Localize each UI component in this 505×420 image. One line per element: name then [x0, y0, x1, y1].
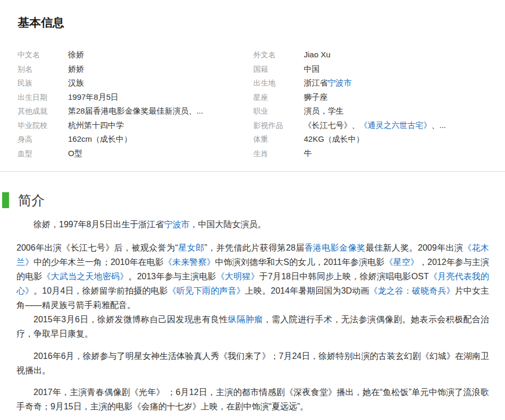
intro-paragraph: 2016年6月，徐娇参与了明星女神生活体验真人秀《我们来了》；7月24日，徐娇特…: [16, 349, 489, 378]
text-segment: 中的少年木兰一角；2010年在电影: [33, 258, 164, 267]
info-row: 毕业院校杭州第十四中学: [18, 118, 254, 133]
info-label: 星座: [254, 90, 304, 105]
text-segment: Jiao Xu: [304, 50, 331, 59]
text-segment: 42KG（成长中）: [304, 134, 364, 143]
wiki-link[interactable]: 《星空》: [385, 258, 419, 267]
wiki-link[interactable]: 《听见下雨的声音》: [168, 286, 245, 295]
basic-info-section: 基本信息 中文名徐娇别名娇娇民族汉族出生日期1997年8月5日其他成就第28届香…: [0, 0, 505, 171]
info-row: 职业演员，学生: [254, 104, 490, 118]
text-segment: 。2013年参与主演电影: [128, 272, 216, 281]
basic-info-grid: 中文名徐娇别名娇娇民族汉族出生日期1997年8月5日其他成就第28届香港电影金像…: [18, 48, 489, 160]
wiki-link[interactable]: 香港电影金像奖: [305, 243, 366, 252]
wiki-link[interactable]: 《未来警察》: [164, 258, 215, 267]
section-divider: [0, 171, 505, 172]
info-value: 汉族: [68, 76, 84, 90]
info-value: 徐娇: [68, 48, 84, 62]
wiki-link[interactable]: 星女郎: [178, 243, 205, 252]
text-segment: 徐娇，1997年8月5日出生于浙江省: [33, 220, 164, 229]
text-segment: 2017年，主演青春偶像剧《光年》 ；6月12日，主演的都市情感剧《深夜食堂》播…: [16, 388, 489, 411]
info-row: 民族汉族: [18, 76, 254, 90]
text-segment: 。10月4日，徐娇留学前拍摄的电影: [33, 286, 168, 295]
info-label: 中文名: [18, 48, 68, 62]
info-value: Jiao Xu: [304, 48, 331, 62]
text-segment: 2006年出演《长江七号》后，被观众誉为“: [16, 243, 178, 252]
wiki-link[interactable]: 《通灵之六世古宅》: [360, 121, 432, 130]
info-value: 1997年8月5日: [68, 90, 119, 105]
info-label: 出生日期: [18, 90, 68, 105]
intro-section: 简介 徐娇，1997年8月5日出生于浙江省宁波市，中国大陆女演员。2006年出演…: [0, 192, 505, 420]
info-label: 外文名: [254, 48, 304, 62]
text-segment: 汉族: [68, 78, 84, 87]
info-row: 影视作品《长江七号》、《通灵之六世古宅》、...: [254, 118, 490, 133]
intro-title-label: 简介: [18, 192, 45, 208]
info-value: 狮子座: [304, 90, 328, 105]
text-segment: 第28届香港电影金像奖最佳新演员、...: [68, 106, 203, 115]
info-row: 血型O型: [18, 147, 254, 161]
info-row: 星座狮子座: [254, 90, 490, 105]
info-column-left: 中文名徐娇别名娇娇民族汉族出生日期1997年8月5日其他成就第28届香港电影金像…: [18, 48, 254, 160]
info-row: 中文名徐娇: [18, 48, 254, 62]
wiki-link[interactable]: 《大明猩》: [216, 272, 259, 281]
info-value: 中国: [304, 62, 320, 76]
info-row: 其他成就第28届香港电影金像奖最佳新演员、...: [18, 104, 254, 118]
info-value: 杭州第十四中学: [68, 118, 124, 133]
text-segment: 中国: [304, 64, 320, 73]
info-value: 162cm（成长中）: [68, 132, 132, 147]
wiki-link[interactable]: 宁波市: [164, 220, 189, 229]
text-segment: 162cm（成长中）: [68, 134, 132, 143]
intro-paragraphs: 徐娇，1997年8月5日出生于浙江省宁波市，中国大陆女演员。2006年出演《长江…: [16, 217, 489, 414]
info-value: 第28届香港电影金像奖最佳新演员、...: [68, 104, 203, 118]
text-segment: 娇娇: [68, 64, 84, 73]
info-label: 影视作品: [254, 118, 304, 133]
info-row: 外文名Jiao Xu: [254, 48, 490, 62]
intro-paragraph: 2006年出演《长江七号》后，被观众誉为“星女郎”，并凭借此片获得第28届香港电…: [16, 241, 489, 312]
info-label: 民族: [18, 76, 68, 90]
info-row: 身高162cm（成长中）: [18, 132, 254, 147]
info-label: 体重: [254, 132, 304, 147]
text-segment: 浙江省: [304, 78, 328, 87]
info-value: 《长江七号》、《通灵之六世古宅》、...: [304, 118, 447, 133]
text-segment: 《长江七号》、: [304, 121, 360, 130]
text-segment: 牛: [304, 149, 312, 158]
info-label: 职业: [254, 104, 304, 118]
text-segment: ”，并凭借此片获得第28届: [205, 243, 305, 252]
info-label: 别名: [18, 62, 68, 76]
info-label: 国籍: [254, 62, 304, 76]
text-segment: 演员，学生: [304, 106, 344, 115]
text-segment: 2016年6月，徐娇参与了明星女神生活体验真人秀《我们来了》；7月24日，徐娇特…: [16, 352, 489, 375]
wiki-link[interactable]: 纵隔肿瘤: [228, 315, 263, 324]
text-segment: 于7月18日中韩同步上映，徐娇演唱电影OST: [259, 272, 429, 281]
text-segment: ，中国大陆女演员。: [189, 220, 266, 229]
info-value: 演员，学生: [304, 104, 344, 118]
text-segment: 狮子座: [304, 92, 328, 101]
info-label: 血型: [18, 147, 68, 161]
wiki-link[interactable]: 《大武当之天地密码》: [43, 272, 129, 281]
info-row: 出生地浙江省宁波市: [254, 76, 490, 90]
intro-paragraph: 徐娇，1997年8月5日出生于浙江省宁波市，中国大陆女演员。: [16, 217, 489, 232]
info-label: 出生地: [254, 76, 304, 90]
info-column-right: 外文名Jiao Xu国籍中国出生地浙江省宁波市星座狮子座职业演员，学生影视作品《…: [254, 48, 490, 160]
info-row: 出生日期1997年8月5日: [18, 90, 254, 105]
intro-title: 简介: [16, 192, 489, 208]
wiki-link[interactable]: 《龙之谷：破晓奇兵》: [369, 286, 455, 295]
text-segment: 徐娇: [68, 50, 84, 59]
info-value: 娇娇: [68, 62, 84, 76]
text-segment: 、...: [432, 121, 447, 130]
info-label: 生肖: [254, 147, 304, 161]
text-segment: 2015年3月6日，徐娇发微博称自己因发现患有良性: [33, 315, 228, 324]
text-segment: 最佳新人奖。2009年出演: [366, 243, 464, 252]
info-label: 身高: [18, 132, 68, 147]
info-row: 别名娇娇: [18, 62, 254, 76]
info-row: 生肖牛: [254, 147, 490, 161]
text-segment: 中饰演刘德华和大S的女儿，2011年参演电影: [215, 258, 385, 267]
text-segment: O型: [68, 149, 82, 158]
wiki-link[interactable]: 宁波市: [328, 78, 352, 87]
text-segment: 杭州第十四中学: [68, 121, 124, 130]
basic-info-title: 基本信息: [18, 16, 489, 30]
info-value: O型: [68, 147, 82, 161]
info-value: 牛: [304, 147, 312, 161]
intro-paragraph: 2017年，主演青春偶像剧《光年》 ；6月12日，主演的都市情感剧《深夜食堂》播…: [16, 385, 489, 414]
text-segment: 上映。2014年暑期回国为3D动画: [245, 286, 369, 295]
info-value: 42KG（成长中）: [304, 132, 364, 147]
intro-paragraph: 2015年3月6日，徐娇发微博称自己因发现患有良性纵隔肿瘤，需入院进行手术，无法…: [16, 312, 489, 341]
